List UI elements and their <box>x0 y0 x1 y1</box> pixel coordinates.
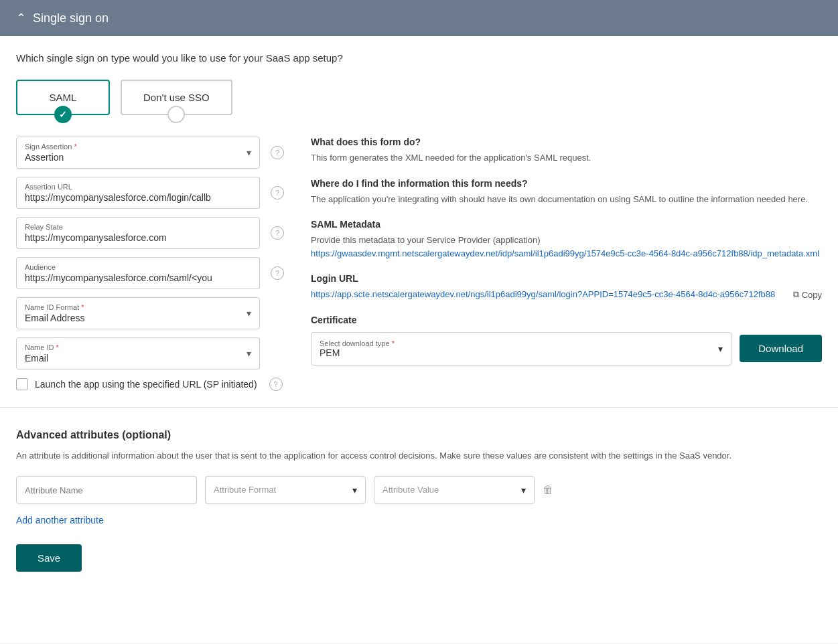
assertion-url-label: Assertion URL <box>25 183 251 191</box>
name-id-row: Name ID * Email ? <box>16 337 284 370</box>
name-id-format-chevron <box>247 308 251 319</box>
saml-metadata-section: SAML Metadata Provide this metadata to y… <box>311 219 822 260</box>
relay-state-row: Relay State https://mycompanysalesforce.… <box>16 217 284 249</box>
sign-assertion-help[interactable]: ? <box>271 146 284 159</box>
relay-state-value: https://mycompanysalesforce.com <box>25 232 167 243</box>
attribute-name-input[interactable] <box>25 485 188 495</box>
save-button[interactable]: Save <box>16 544 82 572</box>
saml-metadata-text: Provide this metadata to your Service Pr… <box>311 234 822 247</box>
sso-question: Which single sign on type would you like… <box>16 52 822 64</box>
sign-assertion-chevron <box>247 147 251 158</box>
launch-checkbox-label: Launch the app using the specified URL (… <box>35 379 257 390</box>
what-does-form-do-section: What does this form do? This form genera… <box>311 137 822 165</box>
no-sso-label: Don't use SSO <box>143 92 210 103</box>
advanced-description: An attribute is additional information a… <box>16 449 822 463</box>
attr-format-chevron <box>352 485 357 495</box>
form-left: Sign Assertion * Assertion ? Assertion U… <box>16 137 284 391</box>
where-find-text: The application you're integrating with … <box>311 193 822 206</box>
header-title: Single sign on <box>33 11 109 25</box>
divider <box>0 407 838 408</box>
audience-row: Audience https://mycompanysalesforce.com… <box>16 257 284 289</box>
saml-metadata-heading: SAML Metadata <box>311 219 822 230</box>
info-panel: What does this form do? This form genera… <box>311 137 822 391</box>
cert-select-value: PEM <box>320 347 340 358</box>
sign-assertion-field[interactable]: Sign Assertion * Assertion <box>16 137 260 169</box>
audience-field[interactable]: Audience https://mycompanysalesforce.com… <box>16 257 260 289</box>
saml-metadata-link[interactable]: https://gwaasdev.mgmt.netscalergatewayde… <box>311 248 819 258</box>
audience-value: https://mycompanysalesforce.com/saml/<yo… <box>25 272 212 283</box>
copy-button[interactable]: ⧉ Copy <box>793 289 822 300</box>
name-id-value: Email <box>25 353 48 364</box>
login-url-row: https://app.scte.netscalergatewaydev.net… <box>311 288 822 301</box>
name-id-format-value: Email Address <box>25 313 84 323</box>
cert-select-label: Select download type * <box>320 339 395 347</box>
saml-radio <box>54 106 72 123</box>
what-does-form-text: This form generates the XML needed for t… <box>311 151 822 165</box>
audience-label: Audience <box>25 263 251 271</box>
name-id-field[interactable]: Name ID * Email <box>16 337 260 370</box>
attribute-value-dropdown[interactable]: Attribute Value <box>374 476 535 504</box>
advanced-title: Advanced attributes (optional) <box>16 429 822 441</box>
what-does-form-heading: What does this form do? <box>311 137 822 147</box>
where-find-info-section: Where do I find the information this for… <box>311 178 822 206</box>
attribute-format-placeholder: Attribute Format <box>214 485 276 495</box>
copy-label: Copy <box>802 290 822 300</box>
certificate-section: Certificate Select download type * PEM D… <box>311 315 822 366</box>
login-url-section: Login URL https://app.scte.netscalergate… <box>311 273 822 301</box>
sso-option-saml[interactable]: SAML <box>16 80 110 115</box>
sso-option-no-sso[interactable]: Don't use SSO <box>121 80 232 115</box>
header-icon: ⌃ <box>16 11 26 25</box>
copy-icon: ⧉ <box>793 289 799 300</box>
no-sso-radio <box>167 106 185 123</box>
launch-help[interactable]: ? <box>269 378 283 391</box>
cert-chevron <box>718 343 723 354</box>
sign-assertion-label: Sign Assertion * <box>25 143 241 151</box>
attribute-format-dropdown[interactable]: Attribute Format <box>205 476 366 504</box>
relay-state-help[interactable]: ? <box>271 226 284 240</box>
name-id-format-field[interactable]: Name ID Format * Email Address <box>16 297 260 329</box>
certificate-heading: Certificate <box>311 315 822 325</box>
assertion-url-field[interactable]: Assertion URL https://mycompanysalesforc… <box>16 177 260 209</box>
assertion-url-value: https://mycompanysalesforce.com/login/ca… <box>25 192 211 203</box>
assertion-url-row: Assertion URL https://mycompanysalesforc… <box>16 177 284 209</box>
relay-state-label: Relay State <box>25 223 251 231</box>
cert-row: Select download type * PEM Download <box>311 332 822 366</box>
download-button[interactable]: Download <box>740 335 822 362</box>
relay-state-field[interactable]: Relay State https://mycompanysalesforce.… <box>16 217 260 249</box>
assertion-url-help[interactable]: ? <box>271 186 284 199</box>
add-attribute-link[interactable]: Add another attribute <box>16 515 104 526</box>
attr-value-chevron <box>521 485 526 495</box>
login-url-link[interactable]: https://app.scte.netscalergatewaydev.net… <box>311 288 788 301</box>
attributes-row: Attribute Format Attribute Value 🗑 <box>16 476 822 504</box>
audience-help[interactable]: ? <box>271 266 284 280</box>
header: ⌃ Single sign on <box>0 0 838 36</box>
sso-options-group: SAML Don't use SSO <box>16 80 822 115</box>
delete-attribute-icon[interactable]: 🗑 <box>543 484 553 496</box>
launch-checkbox[interactable] <box>16 378 28 390</box>
attribute-name-field[interactable] <box>16 476 197 504</box>
cert-select-dropdown[interactable]: Select download type * PEM <box>311 332 731 366</box>
name-id-label: Name ID * <box>25 343 241 351</box>
advanced-section: Advanced attributes (optional) An attrib… <box>16 424 822 572</box>
sign-assertion-value: Assertion <box>25 152 64 163</box>
attribute-value-placeholder: Attribute Value <box>382 485 439 495</box>
saml-label: SAML <box>50 92 77 103</box>
name-id-chevron <box>247 348 251 359</box>
where-find-heading: Where do I find the information this for… <box>311 178 822 189</box>
name-id-format-label: Name ID Format * <box>25 303 241 311</box>
launch-checkbox-row: Launch the app using the specified URL (… <box>16 378 284 391</box>
sign-assertion-row: Sign Assertion * Assertion ? <box>16 137 284 169</box>
name-id-format-row: Name ID Format * Email Address ? <box>16 297 284 329</box>
login-url-heading: Login URL <box>311 273 822 284</box>
